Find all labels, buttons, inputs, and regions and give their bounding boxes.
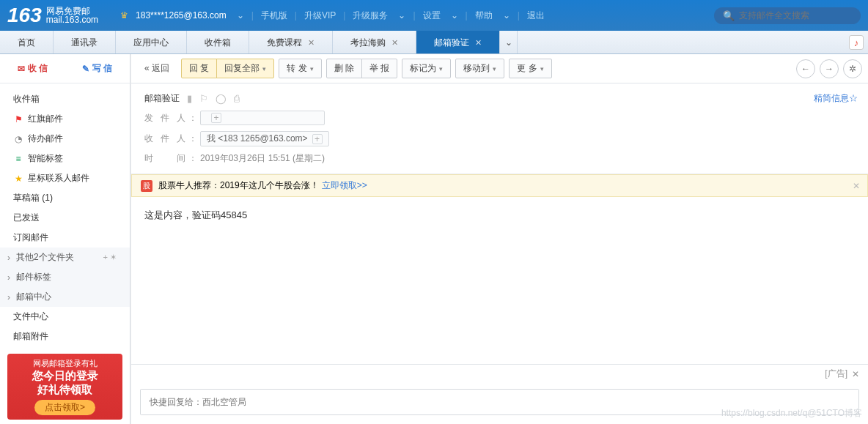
ad-icon: 股 (141, 180, 152, 192)
circle-icon[interactable]: ◯ (216, 93, 227, 104)
folder-draft[interactable]: 草稿箱 (1) (0, 188, 130, 208)
logo-163: 163 (7, 4, 42, 27)
search-input[interactable] (739, 10, 852, 21)
forward-button[interactable]: 转 发▾ (279, 59, 321, 78)
compose-button[interactable]: ✎写 信 (65, 54, 130, 83)
banner-link[interactable]: 立即领取>> (322, 179, 367, 192)
link-mobile[interactable]: 手机版 (258, 10, 290, 22)
folder-inbox[interactable]: 收件箱 (0, 89, 130, 109)
folder-group-tags[interactable]: ›邮件标签 (0, 267, 130, 287)
search-box[interactable]: 🔍 (714, 7, 861, 24)
chevron-right-icon: › (7, 253, 10, 263)
sender-chip[interactable]: + (200, 111, 325, 125)
tab-course[interactable]: 免费课程✕ (249, 31, 333, 53)
user-email[interactable]: 183****1265@163.com (136, 10, 227, 21)
delete-button[interactable]: 删 除 (326, 59, 362, 78)
close-icon[interactable]: ✕ (475, 38, 482, 47)
quick-reply-input[interactable] (141, 390, 858, 414)
bookmark-icon[interactable]: ▮ (187, 93, 192, 104)
chevron-right-icon: › (7, 292, 10, 302)
print-icon[interactable]: ⎙ (234, 93, 240, 104)
close-icon[interactable]: ✕ (391, 38, 398, 47)
tab-apps[interactable]: 应用中心 (116, 31, 187, 53)
tab-contacts[interactable]: 通讯录 (54, 31, 116, 53)
reply-button[interactable]: 回 复 (181, 59, 217, 78)
sidebar: ✉收 信 ✎写 信 收件箱 ⚑红旗邮件 ◔待办邮件 ≡智能标签 ★星标联系人邮件… (0, 54, 130, 424)
reply-all-button[interactable]: 回复全部▾ (216, 59, 274, 78)
mail-body: 这是内容，验证码45845 (131, 197, 868, 364)
link-logout[interactable]: 退出 (524, 10, 548, 22)
chevron-down-icon: ▾ (439, 65, 443, 72)
back-button[interactable]: « 返回 (137, 59, 177, 78)
folder-smart[interactable]: ≡智能标签 (0, 149, 130, 168)
folder-subscribe[interactable]: 订阅邮件 (0, 228, 130, 248)
top-bar: 163 网易免费邮 mail.163.com ♛ 183****1265@163… (0, 0, 868, 31)
next-button[interactable]: → (820, 59, 839, 78)
concise-link[interactable]: 精简信息☆ (814, 92, 858, 105)
mark-button[interactable]: 标记为▾ (402, 59, 451, 78)
folder-todo[interactable]: ◔待办邮件 (0, 129, 130, 149)
mail-subject: 邮箱验证 ▮ ⚐ ◯ ⎙ (144, 92, 855, 105)
tab-inbox[interactable]: 收件箱 (187, 31, 249, 53)
inbox-icon: ✉ (18, 64, 25, 74)
link-settings[interactable]: 设置 (420, 10, 444, 22)
flag-outline-icon[interactable]: ⚐ (199, 93, 208, 104)
close-icon[interactable]: ✕ (308, 38, 315, 47)
quick-reply[interactable] (140, 389, 859, 415)
promo-banner[interactable]: 网易邮箱登录有礼 您今日的登录 好礼待领取 点击领取> (7, 354, 122, 420)
gear-icon[interactable]: ✲ (843, 59, 862, 78)
tabs-menu[interactable]: ⌄ (500, 31, 518, 53)
recipient-chip[interactable]: 我 <183 1265@163.com>+ (200, 131, 329, 146)
tag-icon: ≡ (13, 154, 23, 164)
link-vip[interactable]: 升级VIP (301, 10, 339, 22)
ad-bar: [广告] ✕ (131, 364, 868, 383)
tab-home[interactable]: 首页 (0, 31, 54, 53)
chevron-right-icon: › (7, 272, 10, 283)
chevron-down-icon: ▾ (310, 65, 314, 72)
close-icon[interactable]: ✕ (853, 181, 860, 191)
plus-icon[interactable]: + (211, 113, 221, 123)
search-icon: 🔍 (723, 10, 735, 21)
toolbar: « 返回 回 复 回复全部▾ 转 发▾ 删 除 举 报 标记为▾ 移动到▾ 更 … (131, 54, 868, 83)
folder-group-center[interactable]: ›邮箱中心 (0, 287, 130, 307)
clock-icon: ◔ (13, 134, 23, 144)
top-links: ♛ 183****1265@163.com ⌄ | 手机版| 升级VIP| 升级… (120, 10, 548, 22)
flag-icon: ⚑ (13, 114, 23, 124)
folder-attach[interactable]: 邮箱附件 (0, 327, 130, 346)
content: « 返回 回 复 回复全部▾ 转 发▾ 删 除 举 报 标记为▾ 移动到▾ 更 … (130, 54, 868, 424)
tab-kaola[interactable]: 考拉海购✕ (333, 31, 416, 53)
star-icon: ★ (13, 174, 23, 184)
logo-sub: 网易免费邮 mail.163.com (46, 7, 98, 24)
crown-icon: ♛ (120, 10, 128, 21)
plus-icon[interactable]: + (312, 134, 323, 144)
link-help[interactable]: 帮助 (472, 10, 496, 22)
close-icon[interactable]: ✕ (852, 369, 859, 379)
tab-bar: 首页 通讯录 应用中心 收件箱 免费课程✕ 考拉海购✕ 邮箱验证✕ ⌄ ♪ (0, 31, 868, 54)
more-button[interactable]: 更 多▾ (509, 59, 551, 78)
mail-time: 2019年03月26日 15:51 (星期二) (200, 152, 325, 165)
mail-header: 邮箱验证 ▮ ⚐ ◯ ⎙ 精简信息☆ 发件人： + 收件人： 我 <183 12… (131, 83, 868, 174)
report-button[interactable]: 举 报 (361, 59, 397, 78)
promo-button[interactable]: 点击领取> (34, 400, 95, 415)
folder-flag[interactable]: ⚑红旗邮件 (0, 109, 130, 129)
folder-star[interactable]: ★星标联系人邮件 (0, 168, 130, 188)
ad-banner: 股 股票牛人推荐：2019年这几个牛股会涨！ 立即领取>> ✕ (131, 174, 868, 197)
folder-sent[interactable]: 已发送 (0, 208, 130, 228)
tab-verify[interactable]: 邮箱验证✕ (416, 31, 500, 53)
compose-icon: ✎ (82, 64, 89, 74)
link-upgrade[interactable]: 升级服务 (350, 10, 391, 22)
chevron-down-icon: ▾ (493, 65, 496, 72)
prev-button[interactable]: ← (796, 59, 815, 78)
folder-group-other[interactable]: ›其他2个文件夹+ ✶ (0, 248, 130, 267)
folder-files[interactable]: 文件中心 (0, 307, 130, 327)
music-icon[interactable]: ♪ (849, 35, 864, 50)
chevron-down-icon: ▾ (540, 65, 544, 72)
move-button[interactable]: 移动到▾ (455, 59, 504, 78)
chevron-down-icon[interactable]: ⌄ (234, 10, 247, 21)
receive-button[interactable]: ✉收 信 (0, 54, 65, 83)
chevron-down-icon: ▾ (262, 65, 266, 72)
